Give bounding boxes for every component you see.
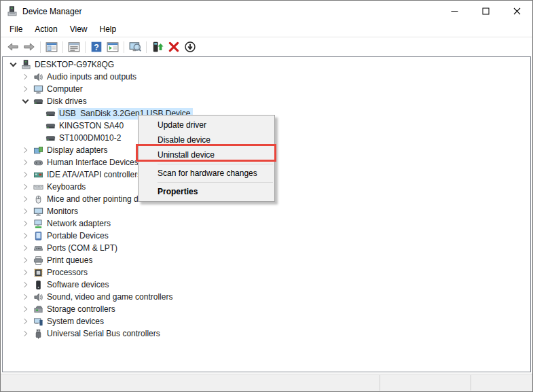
expand-toggle[interactable]: [19, 197, 31, 201]
forward-button[interactable]: [21, 39, 37, 55]
expand-toggle[interactable]: [19, 234, 31, 238]
chevron-right-icon[interactable]: [22, 245, 27, 251]
expand-toggle[interactable]: [19, 295, 31, 299]
chevron-right-icon[interactable]: [22, 172, 27, 177]
chevron-right-icon[interactable]: [22, 74, 27, 79]
chevron-right-icon[interactable]: [22, 184, 27, 190]
show-console-tree-button[interactable]: [43, 39, 60, 55]
update-driver-icon: [151, 41, 164, 53]
expand-toggle[interactable]: [19, 209, 31, 213]
expand-toggle[interactable]: [19, 246, 31, 250]
tree-item-disk-drives[interactable]: Disk drives: [3, 95, 530, 107]
tree-item-label: Storage controllers: [45, 304, 118, 315]
tree-item-storage-controllers[interactable]: Storage controllers: [3, 303, 530, 315]
context-menu-item-update-driver[interactable]: Update driver: [139, 118, 274, 132]
uninstall-device-button[interactable]: [166, 39, 182, 55]
context-menu-item-scan-for-hardware-changes[interactable]: Scan for hardware changes: [139, 166, 274, 181]
expand-toggle[interactable]: [19, 185, 31, 189]
expand-toggle[interactable]: [19, 148, 31, 152]
tree-item-system-devices[interactable]: System devices: [3, 315, 530, 327]
network-icon: [31, 218, 45, 229]
expand-toggle[interactable]: [19, 270, 31, 274]
tree-item-print-queues[interactable]: Print queues: [3, 254, 530, 266]
expand-toggle[interactable]: [19, 160, 31, 164]
tree-item-processors[interactable]: Processors: [3, 266, 530, 279]
chevron-right-icon[interactable]: [22, 306, 27, 312]
chevron-right-icon[interactable]: [22, 270, 27, 275]
tree-item-monitors[interactable]: Monitors: [3, 205, 530, 217]
menu-view[interactable]: View: [64, 22, 94, 36]
chevron-right-icon[interactable]: [22, 221, 27, 226]
tree-item-audio-inputs-and-outputs[interactable]: Audio inputs and outputs: [3, 71, 530, 83]
expand-toggle[interactable]: [19, 173, 31, 177]
chevron-down-icon[interactable]: [22, 97, 29, 104]
back-button[interactable]: [5, 39, 21, 55]
maximize-button[interactable]: [470, 1, 501, 22]
chevron-right-icon[interactable]: [22, 319, 27, 324]
tree-item-desktop-g97k8qg[interactable]: DESKTOP-G97K8QG: [3, 58, 530, 71]
tree-item-ports-com-lpt[interactable]: Ports (COM & LPT): [3, 242, 530, 254]
chevron-right-icon[interactable]: [22, 294, 27, 300]
forward-icon: [23, 41, 35, 53]
minimize-button[interactable]: [439, 1, 470, 22]
tree-item-label: Portable Devices: [45, 230, 111, 242]
statusbar-separator: [471, 375, 471, 391]
chevron-right-icon[interactable]: [22, 196, 27, 202]
update-driver-button[interactable]: [149, 39, 166, 55]
expand-toggle[interactable]: [7, 61, 19, 68]
properties-button[interactable]: [66, 39, 82, 55]
chevron-right-icon[interactable]: [22, 282, 27, 287]
tree-item-computer[interactable]: Computer: [3, 83, 530, 95]
expand-toggle[interactable]: [19, 307, 31, 311]
audio-icon: [31, 71, 45, 82]
help-button[interactable]: ?: [88, 39, 105, 55]
expand-toggle[interactable]: [19, 221, 31, 226]
tree-item-software-devices[interactable]: Software devices: [3, 279, 530, 291]
context-menu-item-disable-device[interactable]: Disable device: [139, 132, 274, 147]
tree-item-portable-devices[interactable]: Portable Devices: [3, 230, 530, 242]
monitor-icon: [31, 206, 45, 217]
chevron-right-icon[interactable]: [22, 331, 27, 336]
export-list-button[interactable]: [105, 39, 121, 55]
device-tree-panel: DESKTOP-G97K8QGAudio inputs and outputsC…: [2, 56, 531, 372]
expand-toggle[interactable]: [19, 75, 31, 79]
close-button[interactable]: [501, 1, 532, 22]
tree-item-label: Human Interface Devices: [45, 157, 141, 168]
expand-toggle[interactable]: [19, 98, 31, 105]
chevron-right-icon[interactable]: [22, 147, 27, 153]
context-menu-item-uninstall-device[interactable]: Uninstall device: [139, 147, 274, 162]
expand-toggle[interactable]: [19, 258, 31, 262]
chevron-down-icon[interactable]: [10, 60, 16, 67]
list-view-icon: [107, 41, 119, 53]
help-icon: ?: [90, 41, 103, 53]
device-manager-icon: [7, 6, 18, 17]
printer-icon: [31, 255, 45, 266]
keyboard-icon: [31, 181, 45, 192]
tree-item-universal-serial-bus-controllers[interactable]: Universal Serial Bus controllers: [3, 327, 530, 340]
maximize-icon: [482, 7, 490, 15]
toolbar-separator: [40, 41, 41, 53]
context-menu-item-properties[interactable]: Properties: [139, 184, 274, 199]
tree-item-label: Display adapters: [45, 145, 110, 156]
svg-text:?: ?: [94, 43, 99, 52]
chevron-right-icon[interactable]: [22, 233, 27, 238]
tree-item-sound-video-and-game-controllers[interactable]: Sound, video and game controllers: [3, 291, 530, 303]
chevron-right-icon[interactable]: [22, 86, 27, 92]
expand-toggle[interactable]: [19, 319, 31, 323]
menu-help[interactable]: Help: [94, 22, 123, 36]
chevron-right-icon[interactable]: [22, 209, 27, 214]
menu-file[interactable]: File: [3, 22, 29, 36]
chevron-right-icon[interactable]: [22, 257, 27, 263]
menu-action[interactable]: Action: [29, 22, 63, 36]
chevron-right-icon[interactable]: [22, 160, 27, 165]
expand-toggle[interactable]: [19, 332, 31, 336]
expand-toggle[interactable]: [19, 283, 31, 287]
scan-hardware-changes-button[interactable]: [127, 39, 143, 55]
tree-item-network-adapters[interactable]: Network adapters: [3, 217, 530, 230]
disable-device-button[interactable]: [182, 39, 198, 55]
expand-toggle[interactable]: [19, 87, 31, 91]
context-menu-separator: [158, 182, 273, 183]
disk-icon: [31, 96, 45, 107]
uninstall-device-icon: [168, 41, 180, 53]
toolbar: ?: [1, 37, 532, 56]
